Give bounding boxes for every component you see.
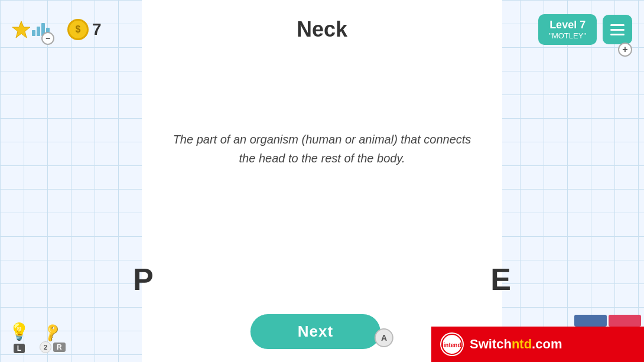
hint-button[interactable]: 💡 L [9,322,30,353]
header-left: − 7 [12,19,102,40]
next-button-wrapper: Next A [251,314,393,349]
header: − 7 Neck Level 7 "MOTLEY" [0,0,644,59]
minus-button[interactable]: − [41,32,54,45]
definition-text: The part of an organism (human or animal… [168,130,476,168]
star-icon [12,20,31,39]
header-right: Level 7 "MOTLEY" [538,14,632,45]
page-title: Neck [297,17,347,42]
right-letter: E [490,262,511,297]
coin-icon [67,19,89,40]
level-badge: Level 7 "MOTLEY" [538,14,597,45]
menu-button[interactable] [603,15,632,44]
coin-group: 7 [67,19,102,40]
level-subtitle: "MOTLEY" [549,31,586,40]
plus-button[interactable]: + [618,43,632,57]
switchntd-text: Switchntd.com [470,337,562,352]
nintendo-logo: Nintendo [440,332,464,356]
color-bars [574,315,644,327]
coin-count: 7 [92,20,102,39]
level-number: Level 7 [549,19,586,31]
key-group: 🔑 2 R [40,325,66,353]
main-content: − 7 Neck Level 7 "MOTLEY" + The part of [0,0,644,362]
ntd-highlight: ntd [512,337,532,351]
menu-icon-bar1 [610,24,625,26]
l-badge: L [14,344,25,353]
next-button[interactable]: Next [251,314,380,349]
r-badge-group: 2 R [40,341,66,353]
menu-icon-bar3 [610,34,625,35]
a-button-indicator: A [375,328,393,347]
key-count: 2 [40,341,51,353]
menu-icon-bar2 [610,29,625,31]
left-letter: P [133,262,154,297]
svg-text:Nintendo: Nintendo [441,342,463,348]
bulb-icon: 💡 [9,322,30,341]
color-bar-red [609,315,641,327]
bottom-left-controls: 💡 L 🔑 2 R [9,322,66,353]
svg-marker-0 [12,21,30,38]
key-icon: 🔑 [42,322,63,343]
color-bar-blue [574,315,607,327]
r-badge: R [53,343,66,352]
nintendo-banner: Nintendo Switchntd.com [431,327,644,362]
definition-area: The part of an organism (human or animal… [168,130,476,168]
